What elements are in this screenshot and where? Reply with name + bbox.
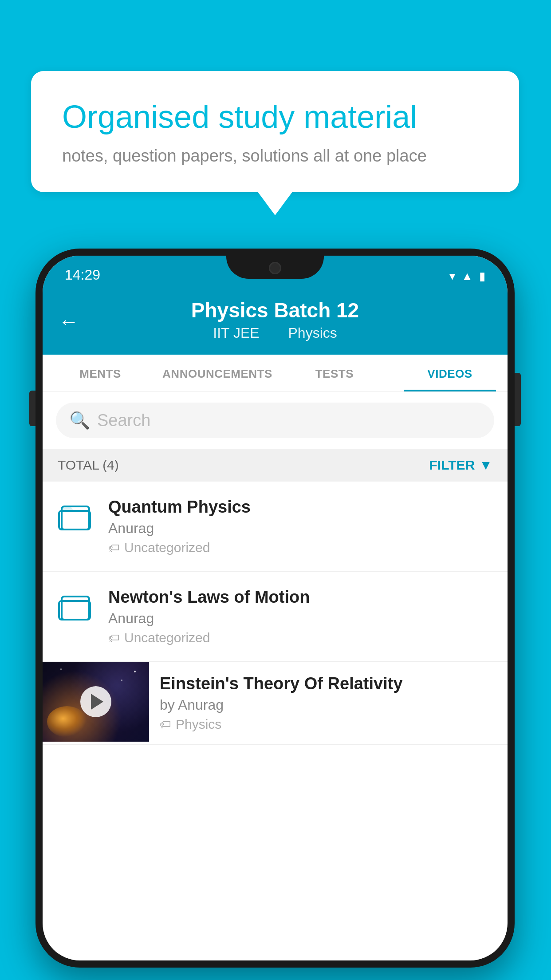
phone-mockup: 14:29 ▾ ▲ ▮ ← Physics Batch 12 IIT JEE P… [35,249,515,968]
folder-icon [58,500,94,535]
header-tag1: IIT JEE [213,325,259,341]
item-title: Quantum Physics [108,498,494,517]
tab-videos[interactable]: VIDEOS [392,355,508,391]
status-icons: ▾ ▲ ▮ [449,269,485,283]
folder-icon-wrap [56,588,96,628]
play-button[interactable] [80,686,111,717]
list-item[interactable]: Newton's Laws of Motion Anurag 🏷 Uncateg… [43,572,508,662]
app-header: ← Physics Batch 12 IIT JEE Physics [43,288,508,355]
phone-outer: 14:29 ▾ ▲ ▮ ← Physics Batch 12 IIT JEE P… [35,249,515,968]
svg-rect-1 [59,511,90,530]
tabs-bar: MENTS ANNOUNCEMENTS TESTS VIDEOS [43,355,508,392]
item-author: Anurag [108,610,494,627]
item-content: Quantum Physics Anurag 🏷 Uncategorized [108,498,494,555]
tag-label: Uncategorized [124,540,210,555]
tag-icon: 🏷 [108,631,120,645]
video-item[interactable]: Einstein's Theory Of Relativity by Anura… [43,662,508,745]
battery-icon: ▮ [479,269,485,283]
video-tag: 🏷 Physics [160,717,497,732]
search-icon: 🔍 [69,411,90,430]
phone-screen: 14:29 ▾ ▲ ▮ ← Physics Batch 12 IIT JEE P… [43,256,508,960]
item-content: Newton's Laws of Motion Anurag 🏷 Uncateg… [108,588,494,645]
video-thumbnail [43,662,149,742]
item-tag: 🏷 Uncategorized [108,540,494,555]
svg-rect-2 [62,597,89,620]
item-title: Newton's Laws of Motion [108,588,494,607]
tag-icon: 🏷 [108,541,120,555]
speech-bubble-title: Organised study material [62,98,488,136]
filter-button[interactable]: FILTER ▼ [429,458,492,473]
phone-camera [269,262,281,274]
search-container: 🔍 Search [43,392,508,449]
wifi-icon: ▾ [449,269,455,283]
svg-rect-3 [59,601,90,620]
item-author: Anurag [108,520,494,537]
header-tag2: Physics [288,325,337,341]
header-subtitle: IIT JEE Physics [60,325,490,341]
tab-announcements[interactable]: ANNOUNCEMENTS [158,355,277,391]
filter-bar: TOTAL (4) FILTER ▼ [43,449,508,482]
tag-label: Uncategorized [124,630,210,645]
total-count: TOTAL (4) [58,458,119,473]
status-time: 14:29 [65,267,100,283]
filter-label: FILTER [429,458,475,473]
video-content: Einstein's Theory Of Relativity by Anura… [149,662,508,744]
folder-icon-wrap [56,498,96,537]
signal-icon: ▲ [461,269,473,283]
video-author: by Anurag [160,697,497,713]
search-placeholder: Search [97,411,150,430]
list-item[interactable]: Quantum Physics Anurag 🏷 Uncategorized [43,482,508,572]
folder-icon [58,590,94,625]
search-bar[interactable]: 🔍 Search [56,403,494,438]
speech-bubble-subtitle: notes, question papers, solutions all at… [62,146,488,166]
tab-ments[interactable]: MENTS [43,355,158,391]
filter-icon: ▼ [479,458,492,473]
item-tag: 🏷 Uncategorized [108,630,494,645]
play-triangle [91,694,103,710]
tab-tests[interactable]: TESTS [277,355,392,391]
tag-label: Physics [176,717,221,732]
back-button[interactable]: ← [59,309,79,333]
video-title: Einstein's Theory Of Relativity [160,674,497,693]
phone-notch [226,256,324,279]
speech-bubble-card: Organised study material notes, question… [31,71,519,192]
header-title: Physics Batch 12 [60,298,490,322]
tag-icon: 🏷 [160,718,171,731]
